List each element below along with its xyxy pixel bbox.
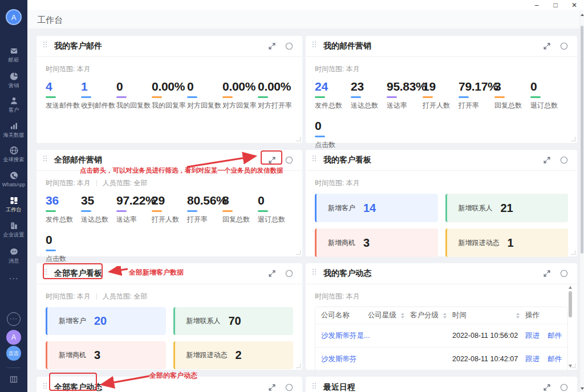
stat: 19打开人数 <box>423 80 459 111</box>
refresh-icon[interactable] <box>558 40 570 52</box>
people-range-value: 全部 <box>133 292 147 301</box>
stat: 0对方回复数 <box>187 80 222 111</box>
avatar-a[interactable]: A <box>6 330 21 345</box>
refresh-icon[interactable] <box>283 267 295 280</box>
sidebar-item-workbench[interactable]: 工作台 <box>0 196 27 213</box>
expand-icon[interactable] <box>266 381 278 392</box>
sidebar-item-enterprise-settings[interactable]: 企业设置 <box>0 221 27 238</box>
sort-icon[interactable] <box>516 313 520 318</box>
building-icon <box>9 221 19 230</box>
card-title: 全部客户动态 <box>54 382 102 392</box>
expand-icon[interactable] <box>541 154 553 166</box>
people-range-value: 全部 <box>133 178 147 188</box>
stat: 0退订总数 <box>258 194 293 224</box>
table-row: 沙发斯蒂芬是... 2022-08-11 10:56:02 跟进邮件 <box>315 324 567 347</box>
sidebar-item-messages[interactable]: 消息 <box>0 247 27 264</box>
refresh-icon[interactable] <box>283 40 295 52</box>
stat: 0退订总数 <box>530 80 566 111</box>
expand-icon[interactable] <box>541 40 553 52</box>
column-company-star: 公司星级 <box>368 311 410 320</box>
chat-bubble-icon <box>9 247 19 256</box>
tile-new-followups[interactable]: 新增跟进动态2 <box>173 341 294 369</box>
tile-new-followups[interactable]: 新增跟进动态1 <box>445 228 569 257</box>
refresh-icon[interactable] <box>283 154 295 166</box>
stat: 80.56%打开率 <box>187 194 222 224</box>
stat: 8回复总数 <box>222 194 258 224</box>
annotation-note-activity: 全部的客户动态 <box>149 371 197 381</box>
time-range-value: 本月 <box>346 178 360 188</box>
expand-icon[interactable] <box>266 40 278 52</box>
page-title: 工作台 <box>27 10 579 29</box>
scroll-down-icon[interactable] <box>581 387 584 390</box>
tile-new-opportunities[interactable]: 新增商机3 <box>315 228 438 257</box>
sidebar-item-customs-data[interactable]: 海关数据 <box>0 121 27 138</box>
scroll-down-icon[interactable] <box>569 365 572 368</box>
maximize-button[interactable]: □ <box>551 0 559 10</box>
pie-chart-icon <box>9 72 19 81</box>
sidebar-item-whatsapp[interactable]: WhatsApp <box>0 171 27 188</box>
sidebar-item-global-search[interactable]: 全球搜索 <box>0 146 27 163</box>
card-my-mail-marketing: 我的邮件营销 时间范围: 本月 24发件总数 23送达总数 95.83%送达率 … <box>306 36 577 143</box>
company-link[interactable]: 沙发斯蒂芬 <box>321 354 357 364</box>
tile-new-customers[interactable]: 新增客户20 <box>46 307 166 335</box>
avatar-jiji[interactable]: 吉吉 <box>6 346 21 361</box>
sidebar: A 邮箱 营销 客户 海关数据 全球搜索 WhatsApp 工作台 企业设置 消… <box>0 0 27 392</box>
sidebar-item-marketing[interactable]: 营销 <box>0 72 27 89</box>
expand-icon[interactable] <box>541 381 553 392</box>
stat: 0点击数 <box>46 234 81 264</box>
time-range-label: 时间范围: <box>46 292 75 301</box>
scrollbar-thumb[interactable] <box>569 291 572 317</box>
mail-link[interactable]: 邮件 <box>548 331 562 341</box>
mail-icon <box>9 47 19 55</box>
follow-up-link[interactable]: 跟进 <box>525 331 540 341</box>
page-scrollbar[interactable] <box>579 10 584 392</box>
person-icon <box>9 96 19 105</box>
card-title: 我的邮件营销 <box>323 41 371 51</box>
time-range-value: 本月 <box>346 64 360 74</box>
scrollbar-thumb[interactable] <box>581 26 583 254</box>
time-range-label: 时间范围: <box>315 178 344 188</box>
stat: 0.00%对方回复率 <box>222 80 258 111</box>
time-range-label: 时间范围: <box>315 292 344 301</box>
expand-icon[interactable] <box>266 267 278 280</box>
column-company-name: 公司名称 <box>321 311 368 320</box>
sort-icon[interactable] <box>401 313 404 318</box>
columns-icon[interactable] <box>9 375 18 386</box>
sidebar-item-customers[interactable]: 客户 <box>0 96 27 113</box>
scroll-up-icon[interactable] <box>569 286 572 289</box>
dashboard-icon <box>9 196 19 205</box>
globe-icon <box>9 146 19 155</box>
expand-icon[interactable] <box>541 267 553 280</box>
stat: 35送达总数 <box>81 194 116 224</box>
sidebar-more-icon[interactable]: ··· <box>0 273 27 283</box>
close-button[interactable]: ✕ <box>570 0 578 10</box>
expand-icon[interactable] <box>266 154 278 166</box>
card-title: 我的客户动态 <box>323 268 371 279</box>
tile-new-contacts[interactable]: 新增联系人21 <box>445 194 569 222</box>
card-title: 最近日程 <box>323 382 355 392</box>
card-my-customer-activity: 我的客户动态 时间范围: 本月 公司名称 公司星级 客户分级 时间 操作 沙发斯… <box>306 263 577 370</box>
stat: 1收到邮件数 <box>81 80 116 111</box>
follow-up-link[interactable]: 跟进 <box>525 354 540 364</box>
stat: 97.22%送达率 <box>116 194 152 224</box>
sidebar-item-mail[interactable]: 邮箱 <box>0 47 27 63</box>
refresh-icon[interactable] <box>558 154 570 166</box>
whatsapp-icon <box>9 171 19 180</box>
sort-icon[interactable] <box>443 313 447 318</box>
circle-more-icon[interactable]: ··· <box>7 312 21 326</box>
stat: 0.00%我的回复率 <box>152 80 187 111</box>
stat: 0.00%对方打开率 <box>258 80 293 111</box>
tile-new-customers[interactable]: 新增客户14 <box>315 194 438 222</box>
refresh-icon[interactable] <box>558 381 570 392</box>
avatar[interactable]: A <box>6 9 22 25</box>
refresh-icon[interactable] <box>283 381 295 392</box>
company-link[interactable]: 沙发斯蒂芬是... <box>321 331 370 341</box>
scroll-up-icon[interactable] <box>581 14 584 16</box>
table-scrollbar[interactable] <box>567 286 573 368</box>
tile-new-contacts[interactable]: 新增联系人70 <box>173 307 294 335</box>
refresh-icon[interactable] <box>558 267 570 280</box>
card-recent-schedule: 最近日程 <box>306 377 577 392</box>
minimize-button[interactable]: – <box>533 0 541 10</box>
tile-new-opportunities[interactable]: 新增商机3 <box>46 341 166 369</box>
mail-link[interactable]: 邮件 <box>548 354 562 364</box>
